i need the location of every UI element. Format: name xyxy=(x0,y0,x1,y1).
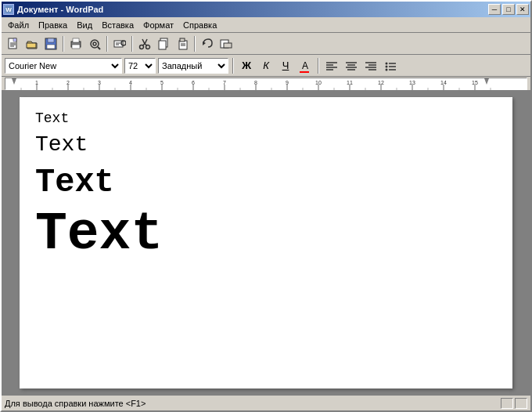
color-button[interactable]: A xyxy=(297,57,314,74)
svg-point-49 xyxy=(386,68,388,70)
svg-text:5: 5 xyxy=(160,80,164,85)
italic-button[interactable]: К xyxy=(257,57,275,74)
svg-text:7: 7 xyxy=(223,80,226,85)
copy-button[interactable] xyxy=(155,35,172,52)
svg-marker-30 xyxy=(203,42,206,45)
ruler: 1 2 3 4 5 6 7 8 9 10 11 xyxy=(2,77,530,91)
print-button[interactable] xyxy=(67,35,84,52)
document-page[interactable]: Text Text Text Text xyxy=(20,97,512,389)
status-help-text: Для вывода справки нажмите <F1> xyxy=(5,399,146,408)
svg-text:9: 9 xyxy=(286,80,289,85)
minimize-button[interactable]: ─ xyxy=(488,4,501,15)
formatting-toolbar: Courier New 72 Западный Ж К Ч A xyxy=(2,55,530,77)
object-button[interactable] xyxy=(217,35,235,52)
close-button[interactable]: ✕ xyxy=(516,4,529,15)
menu-view[interactable]: Вид xyxy=(72,19,97,31)
text-line-4[interactable]: Text xyxy=(35,205,497,264)
svg-text:11: 11 xyxy=(347,80,353,85)
svg-point-45 xyxy=(386,62,388,64)
text-line-2[interactable]: Text xyxy=(35,131,497,159)
svg-point-14 xyxy=(93,42,96,45)
separator-2 xyxy=(106,36,108,52)
text-line-1[interactable]: Text xyxy=(35,110,497,128)
bold-button[interactable]: Ж xyxy=(238,57,255,74)
svg-rect-11 xyxy=(73,38,79,42)
save-button[interactable] xyxy=(42,35,59,52)
menu-insert[interactable]: Вставка xyxy=(97,19,138,31)
font-selector[interactable]: Courier New xyxy=(5,58,122,74)
find-button[interactable] xyxy=(111,35,128,52)
svg-rect-12 xyxy=(72,45,80,49)
cut-button[interactable] xyxy=(136,35,153,52)
svg-text:1: 1 xyxy=(35,80,38,85)
svg-text:2: 2 xyxy=(66,80,70,85)
svg-line-15 xyxy=(98,47,100,49)
svg-text:15: 15 xyxy=(472,80,478,85)
document-area[interactable]: Text Text Text Text xyxy=(2,91,530,395)
new-button[interactable] xyxy=(5,35,22,52)
svg-text:13: 13 xyxy=(409,80,415,85)
font-size-selector[interactable]: 72 xyxy=(124,58,156,74)
text-line-3[interactable]: Text xyxy=(35,163,497,202)
svg-marker-51 xyxy=(12,78,16,85)
svg-rect-6 xyxy=(27,43,36,48)
paste-button[interactable] xyxy=(174,35,191,52)
svg-line-23 xyxy=(145,44,147,45)
separator-3 xyxy=(131,36,133,52)
align-center-button[interactable] xyxy=(343,57,360,74)
svg-text:4: 4 xyxy=(129,80,132,85)
separator-1 xyxy=(63,36,64,52)
window-controls: ─ □ ✕ xyxy=(488,4,529,15)
status-indicators xyxy=(501,398,527,409)
titlebar: W Документ - WordPad ─ □ ✕ xyxy=(2,2,530,17)
svg-point-13 xyxy=(91,40,99,48)
separator-4 xyxy=(194,36,196,52)
svg-point-47 xyxy=(386,65,388,67)
svg-rect-9 xyxy=(47,45,55,49)
status-box-1 xyxy=(501,398,513,409)
menu-file[interactable]: Файл xyxy=(3,19,34,31)
main-window: W Документ - WordPad ─ □ ✕ Файл Правка В… xyxy=(0,0,532,412)
menu-edit[interactable]: Правка xyxy=(34,19,72,31)
locale-selector[interactable]: Западный xyxy=(158,58,228,74)
svg-rect-8 xyxy=(48,38,54,42)
svg-text:12: 12 xyxy=(378,80,384,85)
svg-text:8: 8 xyxy=(254,80,257,85)
window-title: Документ - WordPad xyxy=(17,5,103,14)
svg-line-22 xyxy=(142,44,145,45)
bullets-button[interactable] xyxy=(382,57,399,74)
app-icon: W xyxy=(3,4,14,15)
svg-text:6: 6 xyxy=(192,80,195,85)
align-left-button[interactable] xyxy=(323,57,340,74)
svg-text:W: W xyxy=(5,6,12,13)
menubar: Файл Правка Вид Вставка Формат Справка xyxy=(2,17,530,33)
svg-text:10: 10 xyxy=(315,80,322,85)
svg-marker-83 xyxy=(484,78,489,85)
menu-help[interactable]: Справка xyxy=(178,19,221,31)
svg-text:3: 3 xyxy=(98,80,101,85)
statusbar: Для вывода справки нажмите <F1> xyxy=(2,395,530,410)
svg-rect-25 xyxy=(159,41,166,49)
svg-rect-32 xyxy=(224,43,232,48)
status-box-2 xyxy=(515,398,527,409)
menu-format[interactable]: Формат xyxy=(138,19,178,31)
titlebar-left: W Документ - WordPad xyxy=(3,4,103,15)
main-toolbar xyxy=(2,33,530,55)
svg-text:14: 14 xyxy=(440,80,447,85)
open-button[interactable] xyxy=(23,35,41,52)
underline-button[interactable]: Ч xyxy=(277,57,294,74)
svg-rect-27 xyxy=(180,38,185,42)
undo-button[interactable] xyxy=(199,35,216,52)
separator-6 xyxy=(318,58,319,74)
separator-5 xyxy=(232,58,234,74)
maximize-button[interactable]: □ xyxy=(502,4,515,15)
align-right-button[interactable] xyxy=(362,57,379,74)
ruler-inner: 1 2 3 4 5 6 7 8 9 10 11 xyxy=(5,78,527,90)
ruler-svg: 1 2 3 4 5 6 7 8 9 10 11 xyxy=(5,78,527,91)
print-preview-button[interactable] xyxy=(86,35,103,52)
